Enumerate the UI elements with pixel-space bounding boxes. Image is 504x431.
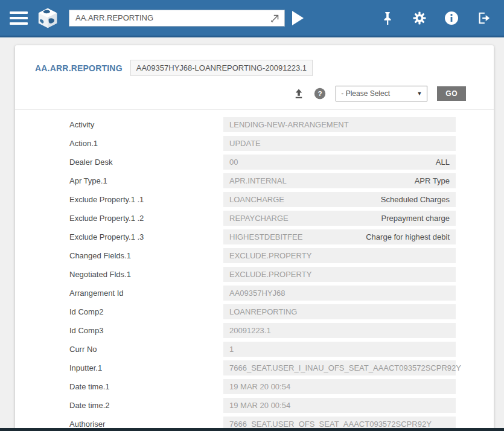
field-label: Activity [15,120,223,129]
field-value: LENDING-NEW-ARRANGEMENT [229,120,349,129]
field-value: 00 [229,158,238,167]
field-value: 7666_SEAT.USER_I_INAU_OFS_SEAT_AAACT0935… [229,363,461,372]
field-value: EXCLUDE.PROPERTY [229,251,311,260]
command-search [69,10,285,27]
field-enrichment: Charge for highest debit [366,232,450,241]
field-row: Negotiated Flds.1 EXCLUDE.PROPERTY [15,265,494,284]
field-label: Dealer Desk [15,158,223,167]
field-row: Exclude Property.1 .3 HIGHESTDEBITFEE Ch… [15,228,494,246]
top-bar [0,0,504,37]
action-select[interactable]: - Please Select ▼ [336,86,427,101]
field-value-box: REPAYCHARGE Prepayment charge [223,211,456,226]
record-toolbar: ? - Please Select ▼ GO [15,76,494,110]
field-value: APR.INTERNAL [229,176,287,185]
command-input[interactable] [75,13,270,22]
info-icon[interactable] [444,11,459,25]
logout-icon[interactable] [476,11,491,25]
field-label: Date time.2 [15,401,223,410]
field-value: LOANREPORTING [229,307,297,316]
field-value: LOANCHARGE [229,195,284,204]
field-enrichment: Scheduled Charges [381,195,450,204]
field-row: Date time.2 19 MAR 20 00:54 [15,396,494,415]
settings-gear-icon[interactable] [412,11,427,25]
record-card: AA.ARR.REPORTING AA09357HYJ68-LOANREPORT… [15,45,494,431]
field-row: Action.1 UPDATE [15,134,494,153]
field-row: Id Comp2 LOANREPORTING [15,302,494,321]
help-icon[interactable]: ? [314,88,326,100]
field-label: Inputter.1 [15,363,223,372]
field-value-box: 00 ALL [223,155,456,170]
field-label: Exclude Property.1 .1 [15,195,223,204]
field-value-box: LOANREPORTING [223,304,456,319]
field-value: 19 MAR 20 00:54 [229,382,290,391]
field-value: UPDATE [229,139,261,148]
field-label: Curr No [15,345,223,354]
field-row: Apr Type.1 APR.INTERNAL APR Type [15,171,494,190]
field-value: HIGHESTDEBITFEE [229,232,302,241]
field-value-box: 19 MAR 20 00:54 [223,398,456,413]
field-value-box: 19 MAR 20 00:54 [223,379,456,394]
field-label: Exclude Property.1 .2 [15,214,223,223]
field-value-box: 20091223.1 [223,323,456,338]
field-label: Action.1 [15,139,223,148]
field-label: Id Comp2 [15,307,223,316]
field-row: Date time.1 19 MAR 20 00:54 [15,377,494,396]
field-row: Exclude Property.1 .2 REPAYCHARGE Prepay… [15,209,494,228]
arrow-outward-icon[interactable] [270,13,281,24]
chevron-down-icon: ▼ [416,91,422,97]
field-label: Negotiated Flds.1 [15,270,223,279]
field-label: Authoriser [15,420,223,429]
field-value: 7666_SEAT.USER_OFS_SEAT_AAACT093572SCPR9… [229,420,432,429]
field-value-box: 1 [223,342,456,357]
field-value-box: LENDING-NEW-ARRANGEMENT [223,117,456,132]
page-title: AA.ARR.REPORTING [35,63,123,73]
field-label: Date time.1 [15,382,223,391]
bottom-bar [0,428,504,431]
field-label: Arrangement Id [15,289,223,298]
field-row: Exclude Property.1 .1 LOANCHARGE Schedul… [15,190,494,209]
field-value-box: UPDATE [223,136,456,151]
field-value-box: 7666_SEAT.USER_I_INAU_OFS_SEAT_AAACT0935… [223,360,456,375]
field-label: Exclude Property.1 .3 [15,232,223,241]
field-value: REPAYCHARGE [229,214,289,223]
field-value: EXCLUDE.PROPERTY [229,270,311,279]
field-list: Activity LENDING-NEW-ARRANGEMENT Action.… [15,110,494,431]
upload-icon[interactable] [293,88,304,99]
menu-icon[interactable] [10,11,28,25]
field-value-box: HIGHESTDEBITFEE Charge for highest debit [223,229,456,244]
field-value: 19 MAR 20 00:54 [229,401,290,410]
field-value: AA09357HYJ68 [229,289,285,298]
field-label: Apr Type.1 [15,176,223,185]
field-value: 1 [229,345,234,354]
globe-logo-icon[interactable] [36,7,59,30]
record-id-badge: AA09357HYJ68-LOANREPORTING-20091223.1 [130,60,313,76]
field-value-box: AA09357HYJ68 [223,286,456,301]
field-row: Inputter.1 7666_SEAT.USER_I_INAU_OFS_SEA… [15,359,494,377]
field-label: Changed Fields.1 [15,251,223,260]
field-row: Arrangement Id AA09357HYJ68 [15,284,494,302]
field-row: Activity LENDING-NEW-ARRANGEMENT [15,115,494,134]
field-enrichment: APR Type [415,176,450,185]
field-row: Id Comp3 20091223.1 [15,321,494,340]
field-row: Curr No 1 [15,340,494,359]
field-row: Changed Fields.1 EXCLUDE.PROPERTY [15,246,494,265]
field-value-box: LOANCHARGE Scheduled Charges [223,192,456,207]
action-select-value: - Please Select [341,89,390,98]
field-label: Id Comp3 [15,326,223,335]
field-row: Dealer Desk 00 ALL [15,153,494,171]
field-value-box: APR.INTERNAL APR Type [223,173,456,188]
go-button[interactable]: GO [437,86,466,101]
field-enrichment: ALL [436,158,450,167]
svg-text:?: ? [318,89,322,97]
field-value: 20091223.1 [229,326,271,335]
field-enrichment: Prepayment charge [381,214,450,223]
run-command-icon[interactable] [291,10,305,26]
pin-icon[interactable] [380,11,395,25]
field-value-box: EXCLUDE.PROPERTY [223,248,456,263]
field-value-box: EXCLUDE.PROPERTY [223,267,456,282]
